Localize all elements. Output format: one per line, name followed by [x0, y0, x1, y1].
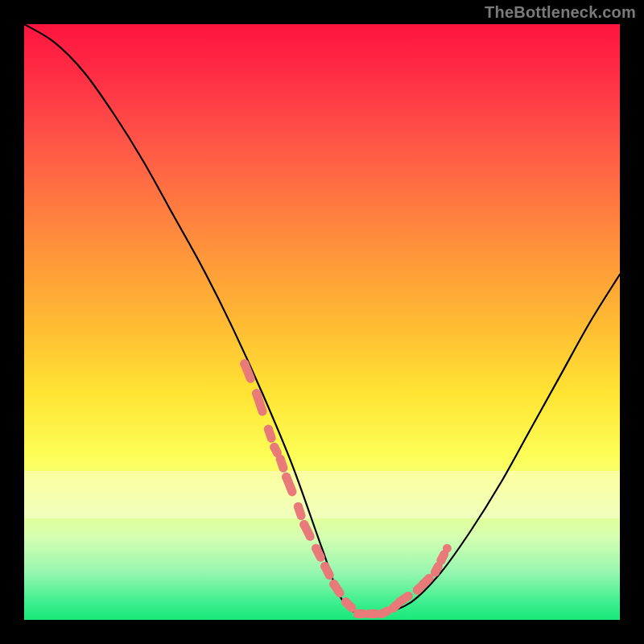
fit-marker-segment — [275, 447, 278, 452]
fit-marker-segment — [423, 578, 429, 584]
bottleneck-curve-line — [24, 24, 620, 616]
fit-marker-segment — [245, 364, 250, 379]
fit-marker-segment — [382, 611, 387, 614]
chart-plot-area — [24, 24, 620, 620]
fit-marker-group — [240, 359, 452, 618]
fit-marker-segment — [417, 587, 420, 590]
fit-marker-segment — [436, 566, 439, 572]
watermark-text: TheBottleneck.com — [485, 3, 636, 22]
fit-marker-segment — [441, 555, 444, 560]
fit-marker-segment — [287, 477, 292, 492]
fit-marker-segment — [399, 596, 408, 601]
fit-marker-segment — [280, 459, 283, 468]
fit-marker-segment — [334, 584, 340, 593]
fit-marker-segment — [268, 429, 271, 438]
fit-marker-segment — [257, 394, 262, 411]
fit-marker — [443, 544, 452, 553]
fit-marker-segment — [346, 602, 352, 608]
fit-marker-segment — [394, 605, 397, 609]
chart-svg — [24, 24, 620, 620]
fit-marker-segment — [325, 566, 330, 575]
fit-marker-segment — [298, 506, 301, 515]
fit-marker-segment — [304, 525, 310, 537]
fit-marker-segment — [316, 548, 321, 557]
